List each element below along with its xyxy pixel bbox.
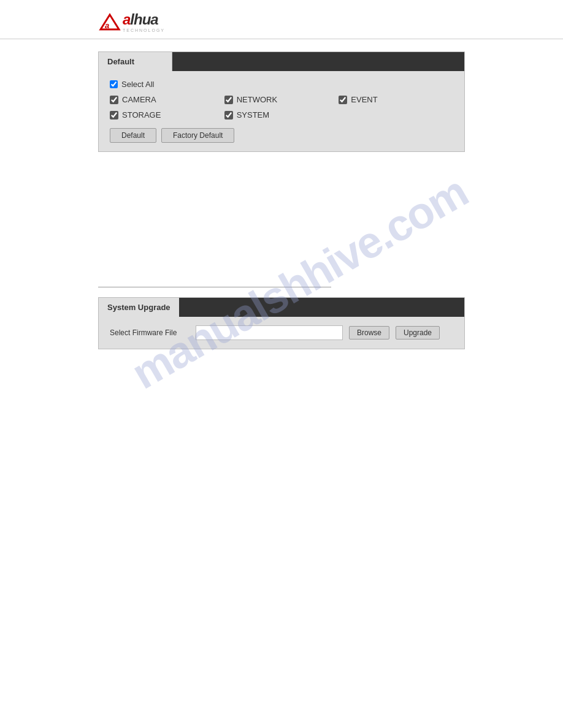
default-button[interactable]: Default	[110, 128, 156, 143]
logo-lhua: lhua	[130, 11, 158, 28]
select-all-checkbox[interactable]	[110, 80, 118, 88]
checkbox-grid: CAMERA NETWORK EVENT STORAGE SYSTEM	[110, 95, 453, 119]
logo: a alhua TECHNOLOGY	[98, 11, 563, 32]
default-panel-header-fill	[172, 52, 464, 71]
default-btn-row: Default Factory Default	[110, 128, 453, 143]
svg-text:a: a	[105, 21, 109, 30]
camera-label: CAMERA	[122, 95, 156, 104]
checkbox-storage: STORAGE	[110, 110, 224, 119]
factory-default-button[interactable]: Factory Default	[161, 128, 234, 143]
logo-sub: TECHNOLOGY	[123, 28, 165, 32]
logo-a: a	[123, 11, 130, 28]
default-panel-title: Default	[99, 52, 172, 71]
event-checkbox[interactable]	[339, 96, 347, 104]
svg-marker-0	[101, 15, 119, 29]
camera-checkbox[interactable]	[110, 96, 118, 104]
system-checkbox[interactable]	[224, 111, 233, 119]
event-label: EVENT	[351, 95, 377, 104]
upgrade-panel-body: Select Firmware File Browse Upgrade	[99, 317, 464, 349]
firmware-input[interactable]	[196, 325, 343, 340]
system-label: SYSTEM	[237, 110, 269, 119]
divider-line	[98, 287, 331, 287]
logo-icon: a	[98, 12, 121, 32]
select-all-row: Select All	[110, 80, 453, 89]
storage-checkbox[interactable]	[110, 111, 118, 119]
browse-button[interactable]: Browse	[349, 326, 389, 339]
checkbox-camera: CAMERA	[110, 95, 224, 104]
firmware-label: Select Firmware File	[110, 328, 190, 337]
select-all-label: Select All	[121, 80, 154, 89]
main-content: Default Select All CAMERA NETWORK	[0, 39, 563, 362]
spacer-area	[98, 164, 465, 275]
upgrade-panel: System Upgrade Select Firmware File Brow…	[98, 297, 465, 349]
default-panel-body: Select All CAMERA NETWORK EVENT	[99, 71, 464, 151]
network-label: NETWORK	[237, 95, 277, 104]
empty-cell	[339, 110, 453, 119]
default-panel: Default Select All CAMERA NETWORK	[98, 51, 465, 152]
upgrade-button[interactable]: Upgrade	[396, 326, 440, 339]
upgrade-panel-header: System Upgrade	[99, 298, 464, 317]
default-panel-header: Default	[99, 52, 464, 71]
upgrade-panel-title: System Upgrade	[99, 298, 179, 317]
checkbox-network: NETWORK	[224, 95, 339, 104]
logo-area: a alhua TECHNOLOGY	[0, 0, 563, 39]
storage-label: STORAGE	[122, 110, 161, 119]
checkbox-event: EVENT	[339, 95, 453, 104]
network-checkbox[interactable]	[224, 96, 233, 104]
firmware-row: Select Firmware File Browse Upgrade	[110, 325, 453, 340]
checkbox-system: SYSTEM	[224, 110, 339, 119]
upgrade-panel-header-fill	[179, 298, 464, 317]
